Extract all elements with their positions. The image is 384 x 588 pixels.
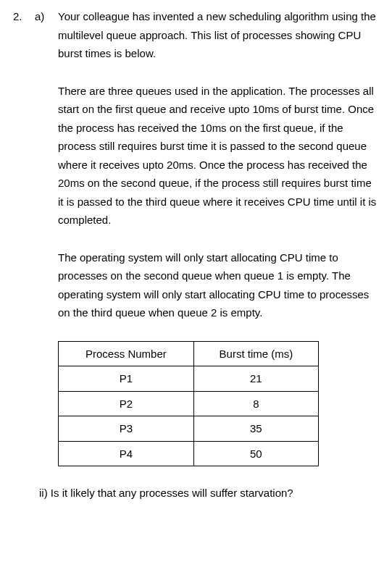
cell-process: P4 bbox=[59, 441, 194, 466]
table-row: P3 35 bbox=[59, 416, 319, 442]
cell-process: P3 bbox=[59, 416, 194, 442]
table-row: P4 50 bbox=[59, 441, 319, 466]
paragraph-intro: Your colleague has invented a new schedu… bbox=[58, 7, 377, 63]
table-row: P2 8 bbox=[59, 391, 319, 416]
table-header-row: Process Number Burst time (ms) bbox=[59, 341, 319, 366]
cell-burst: 35 bbox=[193, 416, 318, 442]
process-table: Process Number Burst time (ms) P1 21 P2 … bbox=[58, 341, 319, 467]
question-container: 2. a) Your colleague has invented a new … bbox=[13, 7, 377, 503]
cell-burst: 21 bbox=[193, 366, 318, 392]
cell-process: P1 bbox=[59, 366, 194, 392]
table-header-burst: Burst time (ms) bbox=[193, 341, 318, 366]
cell-process: P2 bbox=[59, 391, 194, 416]
table-row: P1 21 bbox=[59, 366, 319, 392]
question-content: Your colleague has invented a new schedu… bbox=[58, 7, 377, 503]
table-header-process: Process Number bbox=[59, 341, 194, 366]
cell-burst: 50 bbox=[193, 441, 318, 466]
question-part: a) bbox=[35, 7, 49, 503]
paragraph-queue-description: There are three queues used in the appli… bbox=[58, 82, 377, 230]
cell-burst: 8 bbox=[193, 391, 318, 416]
subpart-ii: ii) Is it likely that any processes will… bbox=[39, 484, 377, 503]
question-number: 2. bbox=[13, 7, 26, 503]
paragraph-queue-rules: The operating system will only start all… bbox=[58, 248, 377, 322]
